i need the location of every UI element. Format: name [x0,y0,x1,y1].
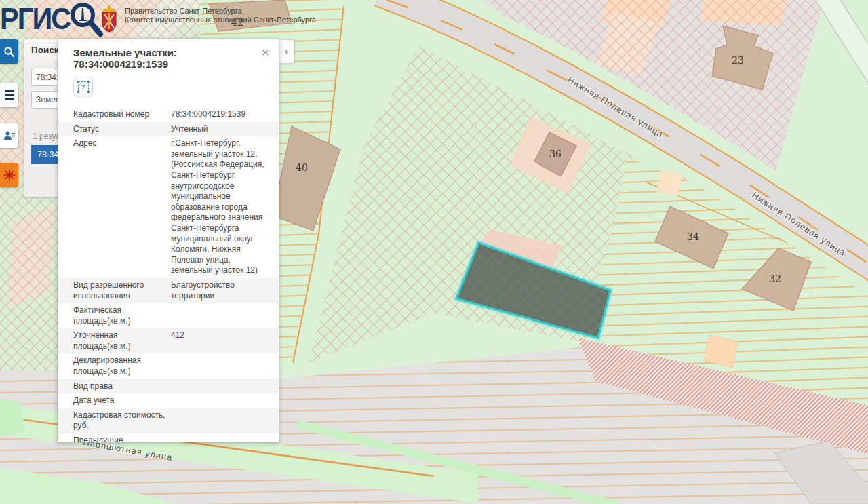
attribute-value: 78:34:0004219:1539 [171,109,272,120]
attribute-value: 412 [171,330,272,351]
attribute-label: Декларированная площадь(кв.м.) [73,355,171,376]
attribute-row: СтатусУчтенный [58,122,279,137]
rgis-logo[interactable]: РГИС [0,0,106,39]
popup-title: Земельные участки: 78:34:0004219:1539 [73,47,258,70]
attribute-row: Адресг.Санкт-Петербург, земельный участо… [58,136,279,278]
rgis-logo-text: РГИС [0,1,70,37]
attribute-value: Благоустройство территории [171,280,272,301]
results-list-button[interactable] [0,123,18,148]
attribute-value [171,395,272,406]
close-icon[interactable]: × [258,47,272,58]
gov-line-2: Комитет имущественных отношений Санкт-Пе… [125,16,316,24]
search-icon [3,46,15,58]
attribute-label: Предыдущие кадастровые номера [73,435,171,442]
attribute-value [171,305,272,326]
user-list-icon [3,130,16,141]
kio-emblem-icon [3,169,16,181]
extent-question-icon: ? [78,81,89,92]
spb-coat-of-arms-icon [99,5,119,33]
attribute-label: Адрес [73,138,171,276]
attribute-label: Кадастровый номер [73,109,171,120]
attribute-value [171,355,272,376]
search-tool-button[interactable] [0,39,18,64]
building-label: 36 [549,149,561,159]
menu-icon [5,90,14,99]
attribute-label: Дата учета [73,395,171,406]
building-label: 40 [296,162,308,173]
chevron-right-icon: › [284,45,288,58]
highlight-extent-button[interactable]: ? [73,77,93,96]
attribute-table: Кадастровый номер78:34:0004219:1539Стату… [58,107,279,442]
attribute-value [171,435,272,442]
parcel-info-popup: Земельные участки: 78:34:0004219:1539 × … [58,39,279,442]
attribute-label: Вид права [73,381,171,392]
attribute-label: Уточненная площадь(кв.м.) [73,330,171,351]
attribute-value [171,410,272,431]
attribute-row: Вид разрешенного использованияБлагоустро… [58,278,279,303]
kio-emblem-button[interactable] [0,163,18,187]
building-label: 32 [769,273,781,284]
attribute-row: Фактическая площадь(кв.м.) [58,303,279,328]
attribute-label: Фактическая площадь(кв.м.) [73,305,171,326]
attribute-value: г.Санкт-Петербург, земельный участок 12,… [171,138,272,276]
attribute-row: Кадастровая стоимость, руб. [58,408,279,433]
attribute-row: Предыдущие кадастровые номера [58,433,279,442]
attribute-row: Кадастровый номер78:34:0004219:1539 [58,107,279,122]
attribute-row: Уточненная площадь(кв.м.)412 [58,328,279,353]
attribute-row: Вид права [58,379,279,394]
popup-collapse-button[interactable]: › [279,39,294,64]
building-label: 23 [732,55,744,66]
gov-line-1: Правительство Санкт-Петербурга [125,7,316,16]
attribute-row: Декларированная площадь(кв.м.) [58,353,279,379]
building-label: 34 [687,231,699,242]
attribute-label: Статус [73,124,171,135]
government-header: Правительство Санкт-Петербурга Комитет и… [99,5,316,33]
attribute-label: Кадастровая стоимость, руб. [73,410,171,431]
attribute-value [171,381,272,392]
attribute-label: Вид разрешенного использования [73,280,171,301]
layers-menu-button[interactable] [0,83,18,107]
attribute-value: Учтенный [171,124,272,135]
attribute-row: Дата учета [58,393,279,408]
